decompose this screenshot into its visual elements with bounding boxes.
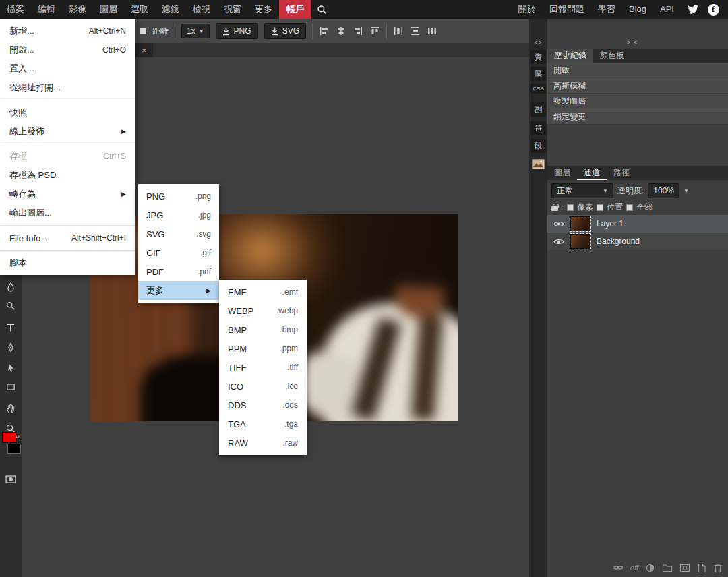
menu-item-export-jpg[interactable]: JPG .jpg: [138, 206, 219, 224]
layer-thumbnail[interactable]: [570, 216, 590, 231]
menu-item-export-tga[interactable]: TGA .tga: [219, 415, 307, 433]
menu-file[interactable]: 檔案: [0, 0, 31, 19]
align-top-icon[interactable]: [369, 26, 380, 36]
tab-paths[interactable]: 路徑: [607, 166, 636, 180]
account-button[interactable]: 帳戶: [279, 0, 311, 19]
blend-mode-select[interactable]: 正常 ▼: [551, 183, 613, 198]
distance-checkbox[interactable]: [140, 28, 146, 34]
new-layer-icon[interactable]: [697, 563, 706, 573]
opacity-dropdown-icon[interactable]: ▼: [684, 188, 689, 194]
menu-item-export-gif[interactable]: GIF .gif: [138, 243, 219, 262]
lock-all-toggle[interactable]: [626, 204, 633, 211]
distribute-gaps-icon[interactable]: [427, 26, 437, 36]
menu-item-export-svg[interactable]: SVG .svg: [138, 224, 219, 243]
tab-swatches[interactable]: 顏色板: [593, 49, 631, 63]
menu-window[interactable]: 視窗: [217, 0, 248, 19]
menu-filter[interactable]: 濾鏡: [155, 0, 186, 19]
distribute-vertical-icon[interactable]: [410, 26, 421, 36]
tab-history[interactable]: 歷史紀錄: [547, 49, 593, 63]
menu-item-snapshot[interactable]: 快照: [0, 103, 135, 122]
text-tool-icon[interactable]: [0, 319, 22, 336]
eye-icon[interactable]: [553, 238, 564, 245]
effects-button[interactable]: eff: [630, 564, 638, 572]
tab-close-icon[interactable]: ×: [142, 46, 147, 55]
history-item[interactable]: 高斯模糊: [547, 78, 728, 94]
menu-item-export-png[interactable]: PNG .png: [138, 187, 219, 206]
about-link[interactable]: 關於: [512, 0, 543, 19]
menu-item-export-pdf[interactable]: PDF .pdf: [138, 262, 219, 281]
menu-item-export-as[interactable]: 轉存為 ▶: [0, 185, 135, 204]
blog-link[interactable]: Blog: [622, 0, 653, 19]
panel-button-paragraph[interactable]: 段: [530, 139, 546, 153]
menu-item-export-more[interactable]: 更多 ▶: [138, 281, 219, 300]
align-left-icon[interactable]: [319, 26, 330, 36]
lock-position-toggle[interactable]: [597, 204, 603, 211]
link-icon[interactable]: [613, 562, 624, 573]
layer-thumbnail[interactable]: [570, 234, 590, 249]
menu-item-export-tiff[interactable]: TIFF .tiff: [219, 358, 307, 377]
api-link[interactable]: API: [653, 0, 681, 19]
menu-item-open-url[interactable]: 從網址打開...: [0, 78, 135, 97]
menu-layer[interactable]: 圖層: [93, 0, 124, 19]
menu-item-place[interactable]: 置入...: [0, 59, 135, 78]
trash-icon[interactable]: [713, 563, 723, 573]
menu-more[interactable]: 更多: [248, 0, 279, 19]
blur-tool-icon[interactable]: [0, 278, 22, 296]
menu-item-save-as-psd[interactable]: 存檔為 PSD: [0, 166, 135, 185]
default-colors-button[interactable]: D: [16, 433, 20, 439]
menu-item-publish-online[interactable]: 線上發佈 ▶: [0, 122, 135, 141]
dodge-tool-icon[interactable]: [0, 297, 22, 315]
layer-row-background[interactable]: Background: [547, 233, 728, 250]
strip-collapse-button[interactable]: <>: [529, 39, 547, 46]
menu-image[interactable]: 影像: [62, 0, 93, 19]
background-color-swatch[interactable]: [7, 444, 21, 454]
menu-item-export-emf[interactable]: EMF .emf: [219, 282, 307, 301]
tab-channels[interactable]: 通道: [577, 166, 607, 180]
export-svg-button[interactable]: SVG: [264, 23, 306, 39]
mask-icon[interactable]: [679, 563, 690, 573]
pen-tool-icon[interactable]: [0, 339, 22, 357]
opacity-value-box[interactable]: 100%: [648, 183, 679, 198]
distribute-horizontal-icon[interactable]: [393, 26, 404, 36]
menu-item-export-ico[interactable]: ICO .ico: [219, 377, 307, 396]
mask-tool-icon[interactable]: [0, 470, 22, 488]
report-link[interactable]: 回報問題: [543, 0, 591, 19]
twitter-icon[interactable]: [685, 1, 701, 18]
panel-button-character[interactable]: 符: [530, 121, 546, 135]
learn-link[interactable]: 學習: [591, 0, 622, 19]
layer-row-layer1[interactable]: Layer 1: [547, 215, 728, 233]
menu-item-export-webp[interactable]: WEBP .webp: [219, 301, 307, 320]
menu-item-open[interactable]: 開啟... Ctrl+O: [0, 40, 135, 59]
shape-tool-icon[interactable]: [0, 378, 22, 396]
menu-item-export-raw[interactable]: RAW .raw: [219, 433, 307, 452]
menu-item-export-layers[interactable]: 輸出圖層...: [0, 204, 135, 222]
zoom-select[interactable]: 1x ▼: [181, 24, 210, 38]
history-item[interactable]: 複製圖層: [547, 94, 728, 109]
menu-view[interactable]: 檢視: [186, 0, 217, 19]
menu-item-script[interactable]: 腳本: [0, 253, 135, 272]
hand-tool-icon[interactable]: [0, 400, 22, 417]
menu-item-export-bmp[interactable]: BMP .bmp: [219, 320, 307, 339]
align-right-icon[interactable]: [353, 26, 363, 36]
align-center-horizontal-icon[interactable]: [336, 26, 346, 36]
history-item[interactable]: 鎖定變更: [547, 109, 728, 125]
menu-edit[interactable]: 編輯: [31, 0, 62, 19]
folder-icon[interactable]: [662, 563, 673, 573]
panel-collapse-button[interactable]: > <: [627, 39, 638, 46]
export-png-button[interactable]: PNG: [216, 23, 258, 39]
menu-select[interactable]: 選取: [124, 0, 155, 19]
menu-item-export-ppm[interactable]: PPM .ppm: [219, 339, 307, 358]
menu-item-file-info[interactable]: File Info... Alt+Shift+Ctrl+I: [0, 229, 135, 247]
history-item[interactable]: 開啟: [547, 63, 728, 78]
lock-pixels-toggle[interactable]: [567, 204, 574, 211]
panel-button-brush[interactable]: 副: [530, 102, 546, 117]
foreground-color-swatch[interactable]: [2, 432, 17, 443]
search-icon[interactable]: [311, 0, 332, 19]
panel-button-info[interactable]: 資: [530, 50, 546, 64]
image-panel-icon[interactable]: [532, 159, 545, 169]
adjustment-icon[interactable]: [645, 563, 655, 573]
panel-button-properties[interactable]: 屬: [530, 67, 546, 81]
tab-layers[interactable]: 圖層: [547, 166, 577, 180]
menu-item-new[interactable]: 新增... Alt+Ctrl+N: [0, 22, 135, 40]
panel-button-css[interactable]: CSS: [530, 84, 546, 94]
